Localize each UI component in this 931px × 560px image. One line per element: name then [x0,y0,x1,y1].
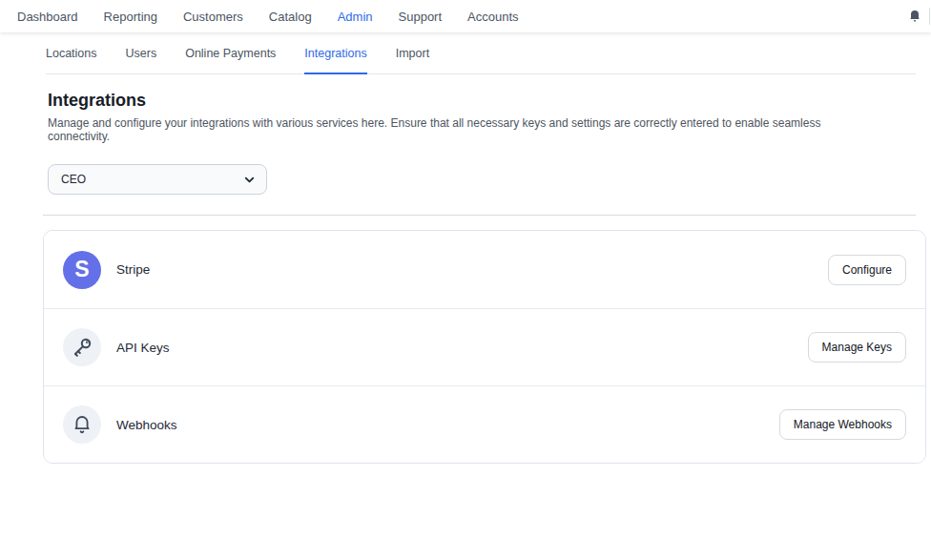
tab-users[interactable]: Users [126,47,157,74]
nav-item-customers[interactable]: Customers [183,10,243,24]
role-select[interactable]: CEO [48,164,267,195]
integration-row-stripe: S Stripe Configure [44,231,925,308]
integration-row-api-keys: API Keys Manage Keys [44,308,925,385]
admin-sub-tabs: Locations Users Online Payments Integrat… [46,32,916,74]
integration-name: Webhooks [116,418,177,432]
configure-stripe-button[interactable]: Configure [828,255,906,285]
integration-row-webhooks: Webhooks Manage Webhooks [44,385,925,463]
chevron-down-icon [242,173,257,187]
manage-webhooks-button[interactable]: Manage Webhooks [779,409,906,440]
tab-import[interactable]: Import [396,47,429,74]
page-description: Manage and configure your integrations w… [48,116,883,143]
key-icon [63,328,101,366]
nav-item-reporting[interactable]: Reporting [104,10,157,24]
tab-locations[interactable]: Locations [46,47,97,74]
bell-icon [63,405,101,444]
nav-item-support[interactable]: Support [399,10,443,24]
manage-keys-button[interactable]: Manage Keys [808,332,906,363]
topbar-divider [929,8,930,25]
bell-icon [907,9,922,24]
nav-item-admin[interactable]: Admin [338,10,373,24]
page-title: Integrations [48,91,931,111]
tab-integrations[interactable]: Integrations [304,47,366,74]
nav-item-accounts[interactable]: Accounts [467,10,518,24]
tab-online-payments[interactable]: Online Payments [185,47,276,74]
main-nav: Dashboard Reporting Customers Catalog Ad… [17,10,519,24]
stripe-logo: S [63,251,101,289]
role-select-value: CEO [61,173,86,186]
notifications-button[interactable] [900,2,929,31]
nav-item-dashboard[interactable]: Dashboard [17,10,78,24]
top-navigation-bar: Dashboard Reporting Customers Catalog Ad… [0,0,931,32]
integrations-card: S Stripe Configure API Keys Manage Keys … [43,230,926,464]
integration-name: API Keys [116,341,170,355]
nav-item-catalog[interactable]: Catalog [269,10,312,24]
integration-name: Stripe [116,262,150,277]
section-divider [43,215,916,216]
